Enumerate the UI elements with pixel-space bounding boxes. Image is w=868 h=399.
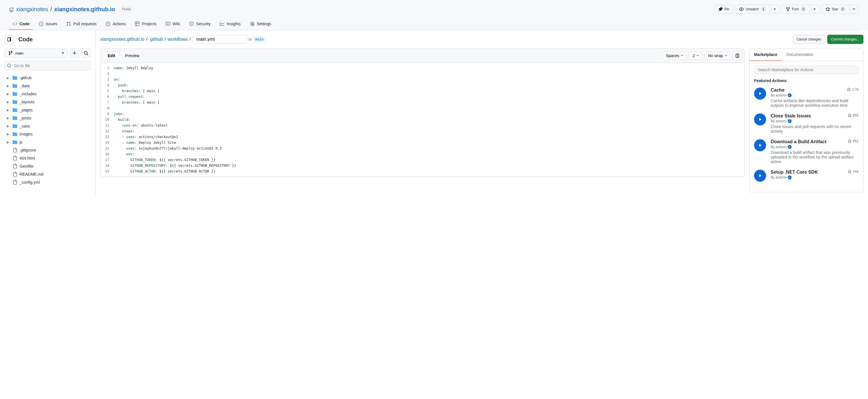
- action-author: By actions: [771, 93, 859, 97]
- star-button[interactable]: Star 0: [822, 5, 849, 14]
- code-editor[interactable]: 12345678910111213141516171819 name: Jeky…: [100, 63, 744, 177]
- play-fill-icon: [756, 142, 764, 149]
- file-tree-label: _sass: [20, 124, 30, 128]
- file-icon: [12, 172, 17, 177]
- caret-down-icon: [853, 9, 855, 10]
- featured-action-item[interactable]: Download a Build Artifact 952 By actions…: [754, 139, 859, 164]
- chevron-right-icon: ▶: [7, 141, 10, 144]
- action-stars: 3.7k: [847, 88, 859, 92]
- tab-projects[interactable]: Projects: [131, 19, 160, 30]
- action-title: Cache: [771, 88, 784, 93]
- file-tree-label: _pages: [20, 108, 33, 112]
- commit-changes-button[interactable]: Commit changes...: [827, 35, 863, 44]
- repo-heading: xiangxinotes / xiangxinotes.github.io Pu…: [9, 6, 134, 12]
- folder-icon: [12, 116, 17, 120]
- caret-down-icon: [774, 9, 776, 10]
- repo-icon: [9, 6, 14, 12]
- edit-tab[interactable]: Edit: [103, 51, 120, 60]
- marketplace-tab[interactable]: Marketplace: [749, 49, 782, 61]
- action-stars: 744: [848, 170, 859, 174]
- action-title: Download a Build Artifact: [771, 139, 826, 144]
- code-content[interactable]: name: Jekyll Deploy on: push: branches: …: [114, 65, 744, 174]
- cancel-changes-button[interactable]: Cancel changes: [793, 35, 825, 44]
- file-icon: [12, 148, 17, 152]
- featured-action-item[interactable]: Cache 3.7k By actions Cache artifacts li…: [754, 88, 859, 108]
- featured-action-item[interactable]: Close Stale Issues 955 By actions Close …: [754, 113, 859, 133]
- tab-insights[interactable]: Insights: [216, 19, 244, 30]
- file-tree-item[interactable]: README.md: [5, 170, 91, 178]
- visibility-badge: Public: [120, 6, 134, 12]
- repo-name-link[interactable]: xiangxinotes.github.io: [54, 6, 115, 12]
- add-file-button[interactable]: [70, 49, 79, 58]
- pin-icon: [718, 7, 723, 11]
- branch-select[interactable]: main: [5, 49, 68, 58]
- unwatch-button[interactable]: Unwatch 1: [735, 5, 770, 14]
- star-dropdown[interactable]: [849, 5, 859, 14]
- action-stars: 952: [848, 139, 859, 143]
- indent-size-select[interactable]: 2: [689, 52, 702, 60]
- file-tree-item[interactable]: .gitignore: [5, 146, 91, 154]
- fork-button[interactable]: Fork 0: [782, 5, 810, 14]
- fork-dropdown[interactable]: [810, 5, 819, 14]
- breadcrumb-repo[interactable]: xiangxinotes.github.io: [100, 37, 144, 42]
- breadcrumb: xiangxinotes.github.io / .github / workf…: [100, 35, 265, 43]
- file-tree-label: .github: [20, 75, 32, 80]
- star-icon: [848, 113, 851, 117]
- pin-button[interactable]: Pin: [714, 5, 733, 14]
- wrap-select[interactable]: No wrap: [704, 52, 731, 60]
- file-tree-item[interactable]: Gemfile: [5, 162, 91, 170]
- caret-down-icon: [813, 9, 816, 10]
- go-to-file-input[interactable]: [5, 61, 91, 70]
- tab-actions[interactable]: Actions: [102, 19, 129, 30]
- repo-owner-link[interactable]: xiangxinotes: [16, 6, 48, 12]
- file-icon: [12, 180, 17, 185]
- sidebar-collapse-button[interactable]: [5, 35, 14, 44]
- action-avatar-icon: [754, 88, 766, 100]
- star-count: 0: [840, 7, 846, 12]
- chevron-right-icon: ▶: [7, 117, 10, 120]
- filename-input[interactable]: [193, 35, 247, 43]
- file-tree-item[interactable]: _config.yml: [5, 178, 91, 186]
- file-tree-item[interactable]: ▶images: [5, 130, 91, 138]
- play-icon: [105, 22, 110, 26]
- tab-code[interactable]: Code: [9, 19, 33, 30]
- file-tree-item[interactable]: ▶_layouts: [5, 98, 91, 106]
- folder-icon: [12, 92, 17, 96]
- verified-icon: [787, 175, 792, 179]
- file-tree-item[interactable]: ▶_includes: [5, 90, 91, 98]
- preview-tab[interactable]: Preview: [120, 51, 144, 60]
- tab-issues[interactable]: Issues: [35, 19, 61, 30]
- chevron-right-icon: ▶: [7, 125, 10, 128]
- breadcrumb-path-2[interactable]: workflows: [167, 37, 188, 42]
- chevron-right-icon: ▶: [7, 133, 10, 136]
- file-tree-item[interactable]: ▶js: [5, 138, 91, 146]
- action-avatar-icon: [754, 113, 766, 125]
- gear-icon: [250, 22, 254, 26]
- unwatch-dropdown[interactable]: [770, 5, 780, 14]
- file-tree-item[interactable]: 404.html: [5, 154, 91, 162]
- tab-pull-requests[interactable]: Pull requests: [63, 19, 100, 30]
- tab-wiki[interactable]: Wiki: [162, 19, 183, 30]
- featured-action-item[interactable]: Setup .NET Core SDK 744 By actions: [754, 170, 859, 182]
- file-tree-item[interactable]: ▶_posts: [5, 114, 91, 122]
- documentation-tab[interactable]: Documentation: [782, 49, 818, 61]
- chevron-right-icon: ▶: [7, 84, 10, 88]
- graph-icon: [220, 22, 224, 26]
- tab-settings[interactable]: Settings: [246, 19, 275, 30]
- star-icon: [847, 88, 851, 92]
- breadcrumb-path-1[interactable]: .github: [149, 37, 163, 42]
- tab-security[interactable]: Security: [186, 19, 214, 30]
- panel-toggle-button[interactable]: [733, 51, 742, 60]
- file-tree-item[interactable]: ▶.github: [5, 74, 91, 82]
- file-tree-item[interactable]: ▶_sass: [5, 122, 91, 130]
- star-icon: [826, 7, 830, 11]
- action-description: Cache artifacts like dependencies and bu…: [771, 98, 859, 108]
- sidebar-title: Code: [19, 36, 33, 43]
- indent-mode-select[interactable]: Spaces: [662, 52, 687, 60]
- file-tree-item[interactable]: ▶_pages: [5, 106, 91, 114]
- marketplace-search-input[interactable]: [754, 66, 859, 74]
- file-tree-item[interactable]: ▶_data: [5, 82, 91, 90]
- action-avatar-icon: [754, 139, 766, 151]
- search-files-button[interactable]: [82, 49, 91, 58]
- code-icon: [12, 22, 17, 26]
